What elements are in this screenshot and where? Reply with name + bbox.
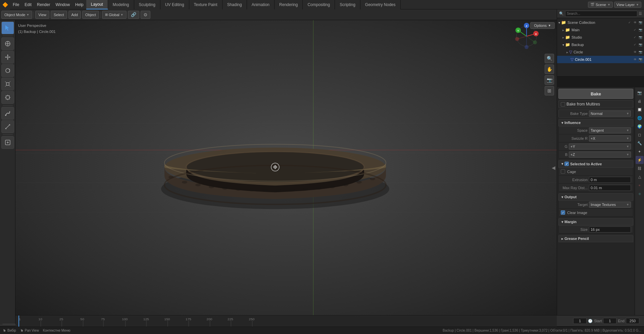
tool-transform[interactable] xyxy=(1,91,14,104)
prop-icon-object[interactable]: ◻ xyxy=(636,131,644,139)
bake-from-multires-row[interactable]: Bake from Multires xyxy=(558,100,633,108)
tool-rotate[interactable] xyxy=(1,64,14,77)
visibility-icon[interactable]: ✓ xyxy=(627,20,632,25)
selected-to-active-header[interactable]: ▾ ✓ Selected to Active xyxy=(558,160,633,168)
tab-layout[interactable]: Layout xyxy=(86,0,108,9)
render-icon[interactable]: 📷 xyxy=(638,20,643,25)
menu-render[interactable]: Render xyxy=(34,0,53,9)
tool-scale[interactable] xyxy=(1,78,14,90)
current-frame-input[interactable] xyxy=(573,318,587,324)
output-header[interactable]: ▾ Output xyxy=(558,193,633,201)
select-menu[interactable]: Select xyxy=(51,11,67,19)
tab-scripting[interactable]: Scripting xyxy=(335,0,360,9)
swizzle-g-select[interactable]: +Y ▼ xyxy=(569,143,631,150)
studio-visibility-icon[interactable]: ✓ xyxy=(633,35,637,40)
prop-icon-modifier[interactable]: 🔧 xyxy=(636,139,644,147)
pan-btn[interactable]: ✋ xyxy=(545,65,554,74)
tool-measure[interactable] xyxy=(1,120,14,133)
add-menu[interactable]: Add xyxy=(68,11,81,19)
cage-checkbox[interactable] xyxy=(561,169,565,174)
margin-header[interactable]: ▾ Margin xyxy=(558,218,633,225)
extrusion-value-field[interactable]: 0 m xyxy=(589,177,631,183)
viewport[interactable]: User Perspective (1) Backup | Circle.001… xyxy=(15,20,557,315)
prop-icon-view-layer[interactable]: 🔲 xyxy=(636,106,644,114)
outliner-item-backup[interactable]: ▾ 📁 Backup ✓ 📷 xyxy=(557,41,644,48)
view-menu[interactable]: View xyxy=(35,11,49,19)
options-button[interactable]: Options ▼ xyxy=(530,22,555,29)
outliner-item-scene-collection[interactable]: ▾ 📁 Scene Collection ✓ 👁 📷 xyxy=(557,19,644,26)
bake-type-select[interactable]: Normal ▼ xyxy=(589,111,631,117)
tab-shading[interactable]: Shading xyxy=(222,0,247,9)
view-layer-selector[interactable]: View Layer ▼ xyxy=(614,2,641,8)
prop-icon-shaderfx[interactable]: ◈ xyxy=(636,190,644,198)
menu-edit[interactable]: Edit xyxy=(22,0,34,9)
zoom-btn[interactable]: 🔍 xyxy=(545,54,554,63)
outliner-item-main[interactable]: ▸ 📁 Main ✓ 📷 xyxy=(557,26,644,34)
object-menu[interactable]: Object xyxy=(82,11,99,19)
prop-icon-render[interactable]: 📷 xyxy=(636,89,644,97)
end-frame-input[interactable] xyxy=(626,318,639,324)
menu-window[interactable]: Window xyxy=(53,0,72,9)
viewport-canvas[interactable]: User Perspective (1) Backup | Circle.001… xyxy=(15,20,557,315)
menu-file[interactable]: File xyxy=(10,0,22,9)
tab-animation[interactable]: Animation xyxy=(247,0,275,9)
circle001-visibility-icon[interactable]: 👁 xyxy=(633,57,637,62)
prop-icon-world[interactable]: 🌍 xyxy=(636,122,644,130)
max-ray-dist-field[interactable]: 0.01 m xyxy=(589,185,631,191)
outliner-item-circle[interactable]: ▸ ▽ Circle 👁 📷 xyxy=(557,48,644,56)
tab-uv-editing[interactable]: UV Editing xyxy=(160,0,189,9)
proportional-btn[interactable]: ⊙ xyxy=(141,11,150,19)
circle001-render-icon[interactable]: 📷 xyxy=(638,57,643,62)
start-frame-input[interactable] xyxy=(603,318,616,324)
space-select[interactable]: Tangent ▼ xyxy=(589,127,631,133)
prop-icon-data[interactable]: △ xyxy=(636,173,644,181)
circle-render-icon[interactable]: 📷 xyxy=(638,50,643,54)
timeline-ruler-area[interactable]: 1 10 25 50 75 100 125 150 175 200 225 25… xyxy=(15,315,557,327)
main-visibility-icon[interactable]: ✓ xyxy=(633,28,637,32)
swizzle-r-select[interactable]: +X ▼ xyxy=(589,135,631,141)
tab-geometry-nodes[interactable]: Geometry Nodes xyxy=(360,0,401,9)
tab-texture-paint[interactable]: Texture Paint xyxy=(189,0,222,9)
influence-header[interactable]: ▾ Influence xyxy=(558,119,633,126)
bake-button[interactable]: Bake xyxy=(558,89,633,99)
target-select[interactable]: Image Textures ▼ xyxy=(589,202,631,208)
scene-selector[interactable]: 🎬 Scene ▼ xyxy=(588,2,613,8)
transform-selector[interactable]: ⊞ Global ▼ xyxy=(102,11,127,19)
prop-icon-output[interactable]: 🖨 xyxy=(636,97,644,105)
outliner-item-circle-001[interactable]: ▽ Circle.001 👁 📷 xyxy=(557,56,644,63)
prop-icon-particles[interactable]: ✦ xyxy=(636,148,644,156)
prop-icon-material[interactable]: ● xyxy=(636,181,644,189)
prop-icon-constraints[interactable]: ⛓ xyxy=(636,164,644,172)
prop-icon-scene[interactable]: 🌐 xyxy=(636,114,644,122)
tool-add[interactable] xyxy=(1,136,14,149)
margin-size-field[interactable]: 16 px xyxy=(589,226,631,233)
selected-to-active-checkbox[interactable]: ✓ xyxy=(564,162,569,166)
mode-selector[interactable]: Object Mode ▼ xyxy=(1,11,32,19)
outliner-item-studio[interactable]: ▸ 📁 Studio ✓ 📷 xyxy=(557,34,644,41)
main-render-icon[interactable]: 📷 xyxy=(638,28,643,32)
blender-logo[interactable]: 🔶 xyxy=(0,0,10,9)
clear-image-row[interactable]: ✓ Clear Image xyxy=(558,209,633,217)
tab-modeling[interactable]: Modeling xyxy=(108,0,134,9)
prop-icon-physics[interactable]: ⚡ xyxy=(636,156,644,164)
cage-row[interactable]: Cage xyxy=(558,168,633,176)
tool-select[interactable] xyxy=(1,22,14,34)
tool-annotate[interactable] xyxy=(1,107,14,120)
bake-from-multires-checkbox[interactable] xyxy=(561,102,565,107)
outliner-search[interactable] xyxy=(565,11,637,17)
collapse-arrow[interactable]: ◀ xyxy=(552,165,555,170)
tab-compositing[interactable]: Compositing xyxy=(303,0,335,9)
tool-move[interactable] xyxy=(1,51,14,64)
restrict-icon[interactable]: 👁 xyxy=(633,20,637,25)
clear-image-checkbox[interactable]: ✓ xyxy=(561,210,565,215)
filter-icon[interactable]: ☰ xyxy=(639,11,642,16)
tool-cursor[interactable] xyxy=(1,37,14,50)
swizzle-b-select[interactable]: +Z ▼ xyxy=(569,152,631,158)
circle-visibility-icon[interactable]: 👁 xyxy=(633,50,637,54)
menu-help[interactable]: Help xyxy=(72,0,86,9)
backup-visibility-icon[interactable]: ✓ xyxy=(633,42,637,47)
ortho-btn[interactable]: ⊞ xyxy=(545,86,554,95)
camera-btn[interactable]: 📷 xyxy=(545,75,554,85)
tab-rendering[interactable]: Rendering xyxy=(275,0,303,9)
grease-pencil-header[interactable]: ▸ Grease Pencil xyxy=(558,235,633,242)
